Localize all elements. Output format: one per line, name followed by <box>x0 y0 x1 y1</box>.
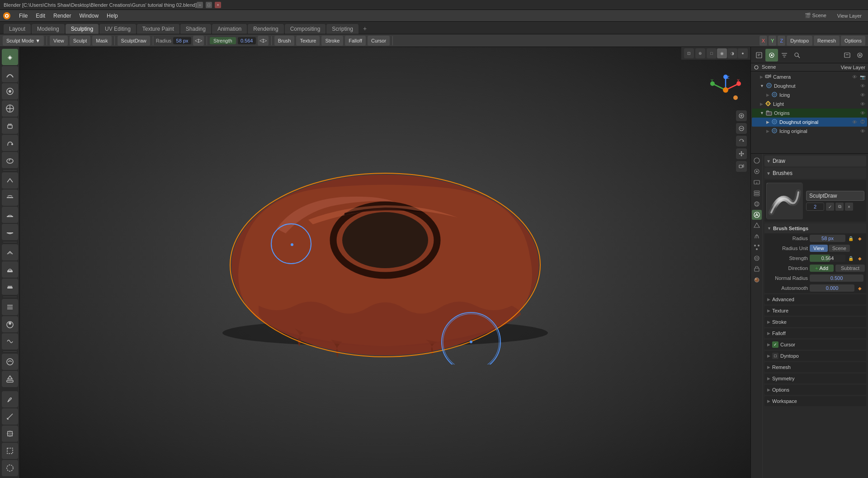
advanced-header[interactable]: ▶ Advanced <box>764 294 866 304</box>
draw-section-header[interactable]: ▼ Draw <box>764 156 866 166</box>
xyz-toggle-y[interactable]: Y <box>769 36 776 46</box>
outliner-item-doughnut-original[interactable]: ▶ Doughnut original 👁 <box>752 118 867 127</box>
tool-smooth[interactable] <box>2 66 18 82</box>
donut-scene[interactable] <box>20 47 750 478</box>
dyntopo-header[interactable]: ▶ □ Dyntopo <box>764 351 866 361</box>
tool-draw[interactable]: ◈ <box>2 49 18 65</box>
tool-multires-displacement[interactable] <box>2 371 18 387</box>
options-btn[interactable]: Options <box>841 36 865 46</box>
icing-visibility[interactable]: 👁 <box>860 92 865 98</box>
viewport-gizmo[interactable]: Z X Y <box>710 74 741 106</box>
tool-measure[interactable] <box>2 408 18 425</box>
tool-pinch[interactable] <box>2 83 18 99</box>
mask-menu[interactable]: Mask <box>92 36 111 46</box>
strength-keyframe-icon[interactable]: ◆ <box>856 255 863 262</box>
prop-icon-particles[interactable] <box>752 242 762 252</box>
doughnut-original-extra[interactable] <box>860 119 865 125</box>
prop-icon-modifier[interactable] <box>752 232 762 241</box>
tool-layer[interactable] <box>2 299 18 315</box>
menu-window[interactable]: Window <box>75 12 102 20</box>
tool-thumb[interactable] <box>2 152 18 168</box>
radius-keyframe-icon[interactable]: ◆ <box>856 235 863 242</box>
sculpt-menu[interactable]: Sculpt <box>70 36 91 46</box>
strength-lock-icon[interactable]: 🔒 <box>847 255 854 262</box>
doughnut-visibility[interactable]: 👁 <box>860 83 865 89</box>
cursor-header[interactable]: ▶ ✓ Cursor <box>764 340 866 350</box>
icing-original-visibility[interactable]: 👁 <box>860 128 865 134</box>
brush-check-icon[interactable]: ✓ <box>826 203 834 211</box>
viewport-orbit-btn[interactable] <box>736 136 747 147</box>
prop-icon-mesh-data[interactable] <box>752 221 762 231</box>
view-layer-selector[interactable]: View Layer <box>834 12 865 19</box>
tool-snake-hook[interactable] <box>2 135 18 151</box>
cursor-enable-checkbox[interactable]: ✓ <box>772 341 778 348</box>
tab-compositing[interactable]: Compositing <box>285 24 326 34</box>
viewport[interactable]: ⬡ User Perspective (1) Icing <box>20 47 750 478</box>
direction-add-btn[interactable]: + Add <box>810 265 834 272</box>
tab-modeling[interactable]: Modeling <box>32 24 65 34</box>
tool-multiplane-scrape[interactable] <box>2 244 18 260</box>
radius-unit-scene-btn[interactable]: Scene <box>829 245 850 252</box>
texture-selector[interactable]: Texture <box>296 36 320 46</box>
tool-inflate[interactable] <box>2 100 18 117</box>
brushes-section-header[interactable]: ▼ Brushes <box>764 168 866 179</box>
prop-icon-material[interactable] <box>752 275 762 285</box>
autosmooth-value[interactable]: 0.000 <box>810 284 854 292</box>
remesh-btn[interactable]: Remesh <box>814 36 840 46</box>
strength-prop-value[interactable]: 0.564 <box>810 255 845 262</box>
overlays-btn[interactable]: ⊡ <box>684 48 694 58</box>
tool-clay-strips[interactable] <box>2 279 18 295</box>
options-header[interactable]: ▶ Options <box>764 385 866 395</box>
autosmooth-lock-icon[interactable]: ◆ <box>856 284 863 292</box>
wireframe-shading-btn[interactable]: □ <box>707 48 717 58</box>
viewport-zoom-out[interactable] <box>736 123 747 134</box>
menu-file[interactable]: File <box>15 12 31 20</box>
strength-adjust-btn[interactable]: ◁▷ <box>258 36 269 46</box>
workspace-header[interactable]: ▶ Workspace <box>764 396 866 406</box>
remesh-header[interactable]: ▶ Remesh <box>764 362 866 372</box>
doughnut-original-visibility[interactable]: 👁 <box>852 119 857 125</box>
tab-rendering[interactable]: Rendering <box>248 24 283 34</box>
tool-blob[interactable] <box>2 316 18 332</box>
minimize-button[interactable]: − <box>197 2 203 8</box>
prop-icon-active-tool[interactable] <box>752 210 762 220</box>
tool-flatten[interactable] <box>2 189 18 206</box>
outliner-item-light[interactable]: ▶ Light 👁 <box>752 99 867 109</box>
outliner-item-icing[interactable]: ▶ Icing 👁 <box>752 90 867 99</box>
radius-adjust-btn[interactable]: ◁▷ <box>193 36 204 46</box>
xyz-toggle-x[interactable]: X <box>760 36 767 46</box>
strength-value[interactable]: 0.564 <box>238 37 256 44</box>
menu-help[interactable]: Help <box>103 12 122 20</box>
outliner-icon-active[interactable] <box>765 49 778 62</box>
prop-icon-scene-world[interactable] <box>752 199 762 209</box>
add-workspace-button[interactable]: + <box>359 23 370 34</box>
prop-icon-scene[interactable] <box>752 156 762 166</box>
tool-annotate[interactable] <box>2 391 18 407</box>
tab-animation[interactable]: Animation <box>212 24 247 34</box>
tool-crease[interactable] <box>2 172 18 189</box>
view-menu[interactable]: View <box>50 36 68 46</box>
light-visibility[interactable]: 👁 <box>860 101 865 107</box>
tab-layout[interactable]: Layout <box>4 24 31 34</box>
radius-lock-icon[interactable]: 🔒 <box>847 235 854 242</box>
viewport-camera-view-btn[interactable] <box>736 161 747 172</box>
tool-elastic-deform[interactable] <box>2 333 18 350</box>
texture-header[interactable]: ▶ Texture <box>764 306 866 316</box>
prop-icon-render[interactable] <box>752 166 762 176</box>
origins-visibility[interactable]: 👁 <box>860 110 865 116</box>
outliner-item-origins[interactable]: ▼ Origins 👁 <box>752 109 867 118</box>
gizmos-btn[interactable]: ⊕ <box>695 48 705 58</box>
menu-render[interactable]: Render <box>50 12 75 20</box>
tool-transform[interactable] <box>2 426 18 442</box>
tab-sculpting[interactable]: Sculpting <box>66 24 99 34</box>
tool-grab[interactable] <box>2 118 18 134</box>
outliner-item-doughnut[interactable]: ▼ Doughnut 👁 <box>752 81 867 90</box>
outliner-item-icing-original[interactable]: ▶ Icing original 👁 <box>752 127 867 136</box>
outliner-icon-scene[interactable] <box>753 49 765 62</box>
brush-selector[interactable]: Brush <box>274 36 295 46</box>
camera-render-vis[interactable]: 📷 <box>860 75 865 80</box>
normal-radius-value[interactable]: 0.500 <box>810 274 863 282</box>
outliner-search-btn[interactable] <box>791 49 803 62</box>
tool-fill[interactable] <box>2 207 18 223</box>
brush-number[interactable]: 2 <box>806 203 824 211</box>
